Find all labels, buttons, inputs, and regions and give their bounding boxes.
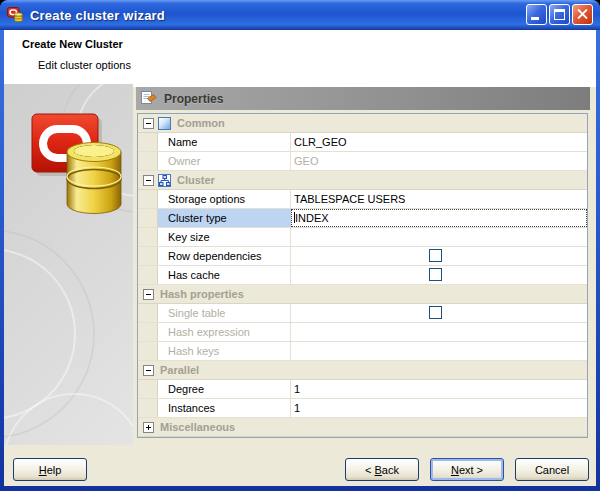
property-label: Instances — [158, 399, 291, 417]
property-value: 1 — [291, 399, 587, 417]
property-label: Single table — [158, 304, 291, 322]
row-gutter — [138, 133, 158, 151]
back-button[interactable]: < Back — [345, 458, 419, 481]
property-value — [291, 304, 587, 322]
checkbox-unchecked[interactable] — [429, 268, 442, 281]
database-red-icon — [7, 6, 24, 25]
property-value — [291, 342, 587, 360]
property-label: Cluster type — [158, 209, 291, 227]
next-button[interactable]: Next > — [430, 458, 504, 481]
property-row-row-dependencies[interactable]: Row dependencies — [138, 247, 587, 266]
property-row-hash-keys[interactable]: Hash keys — [138, 342, 587, 361]
property-label: Name — [158, 133, 291, 151]
property-value — [291, 228, 587, 246]
property-row-degree[interactable]: Degree1 — [138, 380, 587, 399]
group-row-miscellaneous[interactable]: Miscellaneous — [138, 418, 587, 437]
create-cluster-wizard-window: Create cluster wizard Create New Cluster… — [0, 0, 600, 491]
properties-grid: CommonNameCLR_GEOOwnerGEO ClusterStorage… — [137, 113, 588, 438]
wizard-title: Create New Cluster — [22, 38, 123, 50]
group-row-parallel[interactable]: Parallel — [138, 361, 587, 380]
close-button[interactable] — [572, 4, 593, 25]
property-row-has-cache[interactable]: Has cache — [138, 266, 587, 285]
maximize-icon — [554, 9, 565, 20]
row-gutter — [138, 228, 158, 246]
group-label: Hash properties — [160, 288, 244, 300]
group-row-hash-properties[interactable]: Hash properties — [138, 285, 587, 304]
left-picture-panel — [4, 84, 133, 445]
properties-header: Properties — [136, 87, 590, 110]
wizard-header: Create New Cluster Edit cluster options — [4, 30, 596, 84]
expand-box-icon[interactable] — [143, 422, 154, 433]
common-icon — [158, 117, 171, 130]
properties-icon — [140, 89, 157, 108]
property-row-owner[interactable]: OwnerGEO — [138, 152, 587, 171]
property-label: Degree — [158, 380, 291, 398]
row-gutter — [138, 152, 158, 170]
property-value: CLR_GEO — [291, 133, 587, 151]
property-value — [291, 266, 587, 284]
properties-panel: Properties CommonNameCLR_GEOOwnerGEO Clu… — [133, 84, 596, 445]
row-gutter — [138, 247, 158, 265]
row-gutter — [138, 266, 158, 284]
group-label: Parallel — [160, 364, 199, 376]
property-label: Hash keys — [158, 342, 291, 360]
property-row-cluster-type[interactable]: Cluster typeINDEX — [138, 209, 587, 228]
property-row-storage-options[interactable]: Storage optionsTABLESPACE USERS — [138, 190, 587, 209]
window-body: Create New Cluster Edit cluster options — [4, 30, 596, 486]
property-label: Has cache — [158, 266, 291, 284]
group-row-cluster[interactable]: Cluster — [138, 171, 587, 190]
properties-title: Properties — [164, 92, 223, 106]
property-label: Hash expression — [158, 323, 291, 341]
property-row-single-table[interactable]: Single table — [138, 304, 587, 323]
property-value-editor[interactable]: INDEX — [291, 209, 587, 227]
group-label: Cluster — [177, 174, 215, 186]
window-title: Create cluster wizard — [30, 8, 165, 23]
minimize-icon — [531, 17, 539, 20]
row-gutter — [138, 304, 158, 322]
property-label: Key size — [158, 228, 291, 246]
row-gutter — [138, 399, 158, 417]
wizard-subtitle: Edit cluster options — [38, 59, 131, 71]
collapse-box-icon[interactable] — [143, 365, 154, 376]
checkbox-unchecked[interactable] — [429, 249, 442, 262]
property-value — [291, 323, 587, 341]
collapse-box-icon[interactable] — [143, 118, 154, 129]
help-button[interactable]: Help — [13, 458, 87, 481]
footer: Help< BackNext >Cancel — [4, 445, 596, 486]
minimize-button[interactable] — [526, 4, 547, 25]
property-value — [291, 247, 587, 265]
oracle-database-icon — [26, 100, 126, 224]
property-row-name[interactable]: NameCLR_GEO — [138, 133, 587, 152]
property-value: GEO — [291, 152, 587, 170]
property-value: TABLESPACE USERS — [291, 190, 587, 208]
property-label: Row dependencies — [158, 247, 291, 265]
row-gutter — [138, 190, 158, 208]
window-controls — [526, 4, 593, 25]
collapse-box-icon[interactable] — [143, 289, 154, 300]
property-row-hash-expression[interactable]: Hash expression — [138, 323, 587, 342]
group-label: Common — [177, 117, 225, 129]
titlebar[interactable]: Create cluster wizard — [0, 0, 600, 30]
group-label: Miscellaneous — [160, 421, 235, 433]
property-label: Storage options — [158, 190, 291, 208]
group-row-common[interactable]: Common — [138, 114, 587, 133]
property-label: Owner — [158, 152, 291, 170]
row-gutter — [138, 380, 158, 398]
collapse-box-icon[interactable] — [143, 175, 154, 186]
row-gutter — [138, 323, 158, 341]
cancel-button[interactable]: Cancel — [515, 458, 589, 481]
cluster-icon — [158, 174, 171, 187]
wizard-content: Properties CommonNameCLR_GEOOwnerGEO Clu… — [4, 84, 596, 445]
checkbox-unchecked[interactable] — [429, 306, 442, 319]
property-row-key-size[interactable]: Key size — [138, 228, 587, 247]
property-value: 1 — [291, 380, 587, 398]
maximize-button[interactable] — [549, 4, 570, 25]
row-gutter — [138, 209, 158, 227]
row-gutter — [138, 342, 158, 360]
property-row-instances[interactable]: Instances1 — [138, 399, 587, 418]
